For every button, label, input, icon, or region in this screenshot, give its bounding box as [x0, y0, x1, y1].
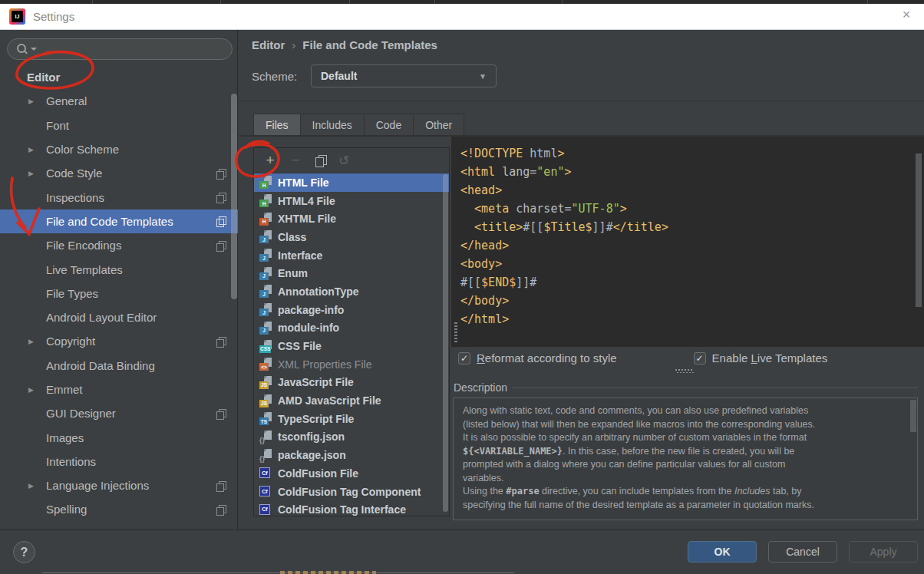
sidebar-item-android-layout-editor[interactable]: Android Layout Editor — [0, 305, 238, 329]
sidebar-item-intentions[interactable]: Intentions — [0, 450, 238, 473]
settings-sidebar: Editor▶GeneralFont▶Color Scheme▶Code Sty… — [0, 30, 238, 529]
scheme-select[interactable]: Default ▼ — [311, 64, 497, 87]
list-toolbar: + − ↻ — [254, 148, 449, 173]
tree-expand-icon[interactable]: ▶ — [28, 146, 34, 153]
ok-button[interactable]: OK — [688, 541, 757, 562]
sidebar-item-spelling[interactable]: Spelling — [0, 497, 238, 521]
template-item-typescript-file[interactable]: TSTypeScript File — [254, 410, 449, 428]
tree-expand-icon[interactable]: ▶ — [28, 338, 34, 345]
template-item-tsconfig-json[interactable]: {}tsconfig.json — [254, 428, 449, 447]
sidebar-item-images[interactable]: Images — [0, 425, 238, 449]
tab-code[interactable]: Code — [364, 114, 413, 136]
live-templates-checkbox[interactable]: ✓ Enable Live Templates — [694, 351, 828, 365]
tree-expand-icon[interactable]: ▶ — [28, 170, 34, 177]
breadcrumb-editor[interactable]: Editor — [252, 38, 285, 51]
tree-expand-icon[interactable]: ▶ — [28, 97, 34, 105]
remove-template-button[interactable]: − — [286, 152, 305, 169]
template-item-module-info[interactable]: Jmodule-info — [254, 319, 449, 338]
sidebar-item-label: File and Code Templates — [46, 215, 173, 228]
file-type-json-icon: {} — [259, 430, 272, 444]
template-item-class[interactable]: JClass — [254, 228, 449, 246]
template-item-package-json[interactable]: {}package.json — [254, 446, 449, 464]
file-type-java-icon: J — [259, 303, 272, 316]
sidebar-item-file-encodings[interactable]: File Encodings — [0, 233, 238, 257]
sidebar-item-label: General — [46, 94, 87, 107]
template-item-coldfusion-tag-component[interactable]: CfColdFusion Tag Component — [254, 483, 449, 501]
template-item-interface[interactable]: JInterface — [254, 246, 449, 265]
tab-files[interactable]: Files — [253, 114, 300, 136]
settings-tree: Editor▶GeneralFont▶Color Scheme▶Code Sty… — [0, 65, 238, 522]
template-tabs: FilesIncludesCodeOther — [253, 114, 464, 136]
template-list: HHTML FileHHTML4 FileHXHTML FileJClassJI… — [254, 173, 449, 516]
window-title: Settings — [33, 10, 74, 23]
template-item-css-file[interactable]: CSSCSS File — [254, 337, 449, 355]
search-input[interactable] — [7, 38, 233, 60]
template-item-html-file[interactable]: HHTML File — [254, 173, 449, 192]
template-item-html4-file[interactable]: HHTML4 File — [254, 192, 449, 210]
sidebar-item-gui-designer[interactable]: GUI Designer — [0, 401, 238, 425]
template-item-label: package.json — [278, 449, 346, 461]
template-item-label: AMD JavaScript File — [278, 394, 381, 407]
template-code-editor[interactable]: <!DOCTYPE html> <html lang="en"> <head> … — [451, 137, 924, 347]
cancel-button[interactable]: Cancel — [768, 541, 837, 562]
file-type-html-icon: H — [259, 176, 272, 189]
add-template-button[interactable]: + — [261, 152, 279, 169]
sidebar-item-inspections[interactable]: Inspections — [0, 185, 238, 209]
description-line: specifying the full name of the desired … — [463, 499, 908, 513]
sidebar-scrollbar[interactable] — [231, 94, 237, 299]
sidebar-item-font[interactable]: Font — [0, 114, 238, 137]
description-line: variables. — [463, 472, 908, 486]
template-item-javascript-file[interactable]: JSJavaScript File — [254, 374, 449, 392]
tab-includes[interactable]: Includes — [300, 114, 364, 136]
sidebar-item-android-data-binding[interactable]: Android Data Binding — [0, 354, 238, 378]
reformat-checkbox[interactable]: ✓ Reformat according to style — [458, 351, 617, 365]
template-item-annotationtype[interactable]: JAnnotationType — [254, 282, 449, 301]
help-button[interactable]: ? — [13, 541, 35, 563]
editor-scrollbar[interactable] — [916, 153, 922, 307]
sidebar-item-editor[interactable]: Editor — [0, 65, 238, 89]
checkbox-checked-icon: ✓ — [458, 352, 470, 365]
description-scrollbar[interactable] — [910, 400, 916, 432]
sidebar-item-label: Live Templates — [46, 263, 123, 276]
close-icon[interactable]: × — [896, 7, 916, 23]
copy-template-button[interactable] — [315, 155, 326, 167]
sidebar-item-emmet[interactable]: ▶Emmet — [0, 378, 238, 401]
sidebar-item-label: Images — [46, 431, 84, 444]
sidebar-item-general[interactable]: ▶General — [0, 89, 238, 113]
template-item-xml-properties-file[interactable]: <>XML Properties File — [254, 355, 449, 374]
template-item-coldfusion-tag-interface[interactable]: CfColdFusion Tag Interface — [254, 500, 449, 516]
search-options-caret-icon[interactable] — [31, 48, 37, 51]
tree-expand-icon[interactable]: ▶ — [28, 386, 34, 394]
template-code: <!DOCTYPE html> <html lang="en"> <head> … — [460, 144, 924, 328]
sidebar-item-label: File Types — [46, 287, 98, 300]
sidebar-item-live-templates[interactable]: Live Templates — [0, 257, 238, 281]
sidebar-item-language-injections[interactable]: ▶Language Injections — [0, 473, 238, 497]
sidebar-item-file-types[interactable]: File Types — [0, 282, 238, 305]
tab-other[interactable]: Other — [413, 114, 464, 136]
template-item-xhtml-file[interactable]: HXHTML File — [254, 209, 449, 228]
template-item-label: XML Properties File — [278, 358, 371, 371]
template-item-coldfusion-file[interactable]: CfColdFusion File — [254, 464, 449, 483]
file-type-css-icon: CSS — [259, 340, 272, 353]
revert-template-button[interactable]: ↻ — [338, 153, 349, 169]
apply-button[interactable]: Apply — [849, 541, 918, 562]
description-line: Using the #parse directive, you can incl… — [463, 485, 908, 499]
template-item-label: TypeScript File — [278, 413, 354, 425]
template-list-scrollbar[interactable] — [443, 174, 448, 512]
tree-expand-icon[interactable]: ▶ — [28, 482, 34, 490]
sidebar-item-code-style[interactable]: ▶Code Style — [0, 161, 238, 185]
sidebar-item-color-scheme[interactable]: ▶Color Scheme — [0, 137, 238, 161]
header-separator — [239, 101, 924, 101]
template-item-amd-javascript-file[interactable]: JSAMD JavaScript File — [254, 391, 449, 410]
sidebar-item-copyright[interactable]: ▶Copyright — [0, 329, 238, 353]
template-item-label: ColdFusion File — [278, 467, 358, 480]
sidebar-item-label: Font — [46, 119, 69, 132]
project-settings-icon — [216, 337, 225, 346]
sidebar-item-file-and-code-templates[interactable]: File and Code Templates — [0, 209, 238, 233]
template-item-enum[interactable]: JEnum — [254, 264, 449, 282]
template-item-label: AnnotationType — [278, 285, 359, 298]
template-item-package-info[interactable]: Jpackage-info — [254, 301, 449, 319]
file-type-java-icon: J — [259, 230, 272, 243]
sidebar-item-label: Spelling — [46, 503, 87, 516]
template-item-label: tsconfig.json — [278, 430, 345, 443]
